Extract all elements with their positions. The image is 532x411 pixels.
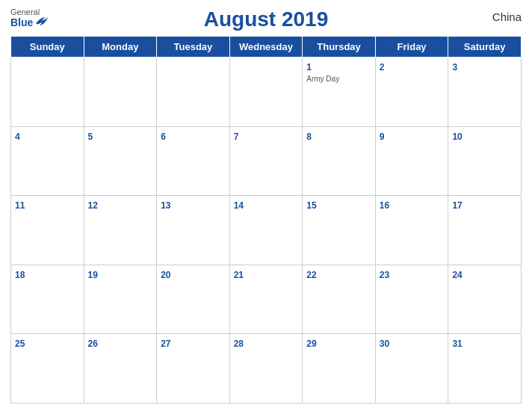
- calendar-day-cell: 28: [229, 334, 303, 404]
- day-number: 9: [380, 132, 385, 142]
- day-number: 1: [306, 62, 312, 72]
- day-number: 25: [15, 339, 25, 349]
- calendar-week-row: 1Army Day23: [11, 58, 522, 127]
- day-number: 6: [161, 132, 166, 142]
- day-of-week-header: Wednesday: [229, 37, 303, 58]
- calendar-day-cell: [84, 58, 157, 127]
- day-number: 29: [306, 339, 316, 349]
- day-of-week-header: Saturday: [448, 37, 522, 58]
- calendar-header: General Blue August 2019 China: [10, 7, 522, 31]
- day-number: 4: [15, 132, 20, 142]
- calendar-table: SundayMondayTuesdayWednesdayThursdayFrid…: [10, 36, 522, 404]
- calendar-day-cell: 16: [375, 196, 448, 265]
- calendar-day-cell: 27: [157, 334, 230, 404]
- days-of-week-row: SundayMondayTuesdayWednesdayThursdayFrid…: [11, 37, 522, 58]
- calendar-day-cell: 26: [84, 334, 157, 404]
- calendar-day-cell: 25: [11, 334, 84, 404]
- event-label: Army Day: [306, 75, 371, 83]
- calendar-week-row: 45678910: [11, 126, 522, 196]
- day-of-week-header: Tuesday: [157, 37, 230, 58]
- calendar-day-cell: 5: [84, 126, 157, 196]
- calendar-wrapper: General Blue August 2019 China SundayMon…: [0, 0, 532, 411]
- day-number: 24: [452, 270, 462, 280]
- day-number: 28: [234, 339, 244, 349]
- day-number: 11: [15, 200, 25, 211]
- day-number: 23: [380, 270, 389, 280]
- day-number: 18: [15, 270, 25, 280]
- day-number: 16: [380, 200, 389, 211]
- day-number: 26: [88, 339, 98, 349]
- day-of-week-header: Sunday: [11, 37, 84, 58]
- day-number: 13: [161, 200, 170, 211]
- calendar-day-cell: 22: [303, 265, 376, 334]
- calendar-day-cell: [229, 58, 303, 127]
- calendar-day-cell: 11: [11, 196, 84, 265]
- day-of-week-header: Thursday: [303, 37, 376, 58]
- calendar-day-cell: 7: [229, 126, 303, 196]
- day-number: 10: [452, 132, 462, 142]
- logo-blue-text: Blue: [10, 16, 48, 29]
- calendar-body: 1Army Day2345678910111213141516171819202…: [11, 58, 522, 404]
- calendar-day-cell: [11, 58, 84, 127]
- calendar-day-cell: 8: [303, 126, 376, 196]
- calendar-day-cell: 20: [157, 265, 230, 334]
- calendar-week-row: 25262728293031: [11, 334, 522, 404]
- day-number: 8: [306, 132, 312, 142]
- calendar-week-row: 18192021222324: [11, 265, 522, 334]
- calendar-week-row: 11121314151617: [11, 196, 522, 265]
- day-number: 3: [452, 62, 457, 72]
- calendar-day-cell: 24: [448, 265, 522, 334]
- day-number: 15: [306, 200, 316, 211]
- logo-general-text: General: [10, 7, 40, 16]
- calendar-day-cell: 12: [84, 196, 157, 265]
- calendar-day-cell: 29: [303, 334, 376, 404]
- day-number: 5: [88, 132, 93, 142]
- calendar-day-cell: 3: [448, 58, 522, 127]
- day-number: 2: [380, 62, 385, 72]
- calendar-day-cell: 15: [303, 196, 376, 265]
- calendar-day-cell: 4: [11, 126, 84, 196]
- calendar-day-cell: 23: [375, 265, 448, 334]
- day-number: 17: [452, 200, 462, 211]
- country-label: China: [492, 10, 522, 23]
- day-number: 19: [88, 270, 98, 280]
- month-title: August 2019: [204, 7, 329, 31]
- day-number: 31: [452, 339, 462, 349]
- day-number: 27: [161, 339, 170, 349]
- calendar-day-cell: 19: [84, 265, 157, 334]
- calendar-day-cell: 14: [229, 196, 303, 265]
- day-of-week-header: Monday: [84, 37, 157, 58]
- calendar-day-cell: 18: [11, 265, 84, 334]
- logo: General Blue: [10, 7, 48, 29]
- day-number: 12: [88, 200, 98, 211]
- day-number: 30: [380, 339, 389, 349]
- day-number: 22: [306, 270, 316, 280]
- day-of-week-header: Friday: [375, 37, 448, 58]
- day-number: 14: [234, 200, 244, 211]
- calendar-day-cell: 21: [229, 265, 303, 334]
- day-number: 20: [161, 270, 170, 280]
- logo-bird-icon: [34, 16, 48, 29]
- calendar-day-cell: 10: [448, 126, 522, 196]
- day-number: 21: [234, 270, 244, 280]
- calendar-day-cell: 30: [375, 334, 448, 404]
- day-number: 7: [234, 132, 239, 142]
- calendar-day-cell: 31: [448, 334, 522, 404]
- calendar-day-cell: 6: [157, 126, 230, 196]
- calendar-day-cell: 1Army Day: [303, 58, 376, 127]
- calendar-day-cell: 9: [375, 126, 448, 196]
- calendar-day-cell: [157, 58, 230, 127]
- calendar-header-row: SundayMondayTuesdayWednesdayThursdayFrid…: [11, 37, 522, 58]
- calendar-day-cell: 17: [448, 196, 522, 265]
- calendar-day-cell: 13: [157, 196, 230, 265]
- calendar-day-cell: 2: [375, 58, 448, 127]
